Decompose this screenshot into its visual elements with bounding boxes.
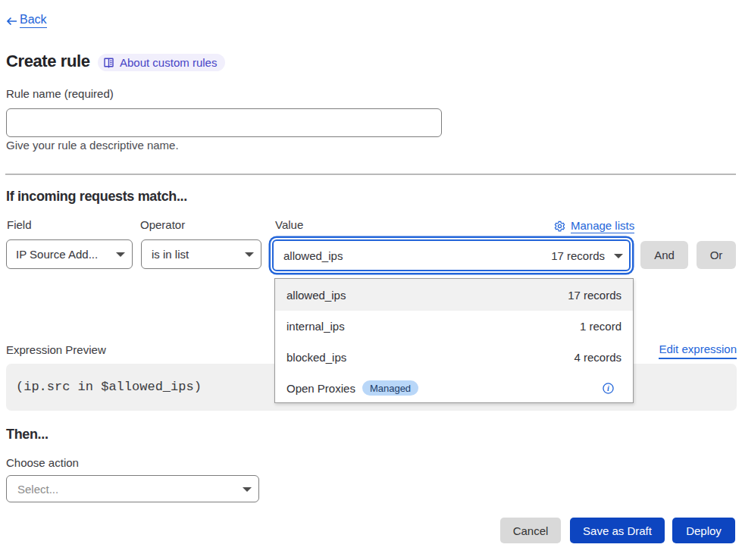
- svg-text:i: i: [607, 384, 609, 393]
